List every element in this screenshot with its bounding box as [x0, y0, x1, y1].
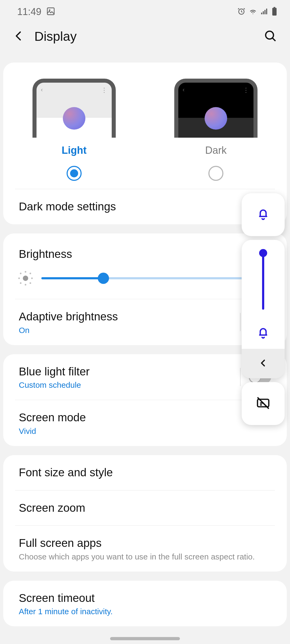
theme-option-dark[interactable]: ‹ ⋮ Dark: [145, 79, 287, 181]
alarm-icon: [237, 7, 245, 16]
svg-rect-7: [272, 8, 277, 16]
svg-point-1: [49, 9, 50, 11]
item-timeout[interactable]: Screen timeout After 1 minute of inactiv…: [3, 581, 287, 627]
status-time: 11:49: [17, 6, 41, 17]
fullscreen-title: Full screen apps: [19, 536, 271, 551]
volume-slider-card: [242, 240, 285, 378]
volume-thumb[interactable]: [259, 249, 267, 257]
svg-rect-6: [266, 9, 267, 14]
radio-light[interactable]: [67, 166, 82, 181]
screen-mode-title: Screen mode: [19, 410, 271, 425]
back-icon[interactable]: [13, 30, 25, 43]
header: Display: [0, 24, 290, 63]
theme-label-light: Light: [62, 145, 87, 156]
status-bar: 11:49: [0, 0, 290, 24]
card-display-options: Font size and style Screen zoom Full scr…: [3, 455, 287, 572]
volume-overlay: [242, 193, 285, 425]
dark-mode-settings-title: Dark mode settings: [19, 199, 271, 214]
page-title: Display: [34, 29, 77, 44]
item-zoom[interactable]: Screen zoom: [3, 491, 287, 526]
theme-option-light[interactable]: ‹ ⋮ Light: [3, 79, 145, 181]
brightness-slider-thumb[interactable]: [98, 273, 109, 284]
svg-line-10: [273, 38, 275, 41]
dark-preview: ‹ ⋮: [174, 79, 258, 138]
bell-icon: [256, 326, 270, 341]
svg-rect-5: [264, 10, 266, 14]
svg-rect-3: [261, 13, 262, 14]
theme-label-dark: Dark: [205, 145, 227, 156]
volume-slider[interactable]: [262, 251, 264, 310]
blue-light-value: Custom schedule: [19, 380, 90, 390]
screenshot-icon: [46, 7, 55, 17]
blue-light-title: Blue light filter: [19, 364, 90, 379]
battery-icon: [272, 7, 277, 17]
brightness-title: Brightness: [19, 247, 271, 262]
chevron-left-icon: [258, 358, 268, 369]
search-icon[interactable]: [264, 29, 277, 44]
light-preview: ‹ ⋮: [32, 79, 116, 138]
nav-handle[interactable]: [110, 637, 180, 640]
ringer-card[interactable]: [242, 193, 285, 236]
radio-dark[interactable]: [208, 166, 223, 181]
fullscreen-desc: Choose which apps you want to use in the…: [19, 552, 271, 561]
captions-off-icon: [256, 396, 271, 412]
font-title: Font size and style: [19, 465, 271, 480]
adaptive-title: Adaptive brightness: [19, 309, 118, 324]
screen-mode-value: Vivid: [19, 427, 271, 436]
bell-icon: [256, 207, 270, 222]
timeout-value: After 1 minute of inactivity.: [19, 607, 271, 616]
card-timeout: Screen timeout After 1 minute of inactiv…: [3, 581, 287, 627]
brightness-low-icon: [19, 272, 32, 285]
svg-rect-8: [274, 7, 275, 8]
wifi-icon: [249, 7, 257, 17]
svg-rect-0: [47, 8, 54, 15]
svg-rect-4: [263, 11, 264, 14]
captions-off-card[interactable]: [242, 382, 285, 425]
signal-icon: [260, 7, 269, 16]
brightness-slider[interactable]: [41, 277, 271, 279]
item-font[interactable]: Font size and style: [3, 455, 287, 490]
item-fullscreen[interactable]: Full screen apps Choose which apps you w…: [3, 526, 287, 572]
volume-collapse-button[interactable]: [242, 349, 285, 378]
timeout-title: Screen timeout: [19, 591, 271, 606]
svg-point-9: [266, 31, 273, 39]
zoom-title: Screen zoom: [19, 501, 271, 515]
adaptive-value: On: [19, 326, 118, 335]
